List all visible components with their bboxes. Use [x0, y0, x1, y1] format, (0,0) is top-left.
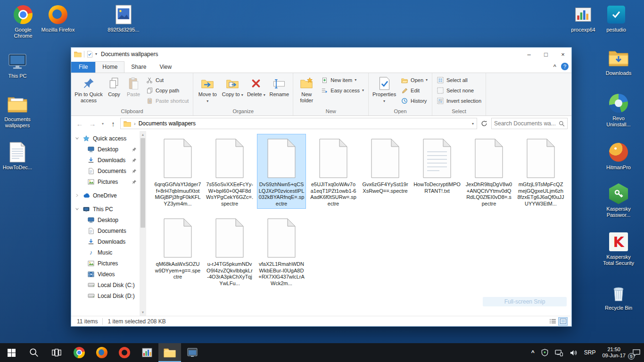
sidebar-item-pc-documents[interactable]: Documents [71, 225, 140, 236]
desktop-icon-recycle-bin[interactable]: Recycle Bin [601, 282, 636, 311]
pin-to-quick-access-button[interactable]: Pin to Quick access [73, 74, 104, 104]
back-icon[interactable]: ← [74, 120, 85, 128]
move-to-button[interactable]: Move to ▾ [195, 74, 220, 104]
desktop-icon-kaspersky-password[interactable]: Kaspersky Passwor... [601, 183, 636, 218]
copy-to-button[interactable]: Copy to ▾ [220, 74, 245, 98]
help-icon[interactable]: ? [561, 63, 569, 70]
sidebar-item-downloads-pinned[interactable]: Downloads [71, 155, 140, 165]
start-button[interactable] [0, 343, 23, 362]
select-none-button[interactable]: Select none [434, 85, 484, 96]
task-view-button[interactable] [45, 343, 68, 362]
clock[interactable]: 21:50 09-Jun-17 [599, 343, 629, 362]
desktop-icon-procexp64[interactable]: procexp64 [566, 4, 601, 33]
qat-dropdown-icon[interactable]: ▾ [95, 52, 97, 56]
taskbar-chrome-button[interactable] [68, 343, 91, 362]
sidebar-item-documents-pinned[interactable]: Documents [71, 165, 140, 176]
action-center-button[interactable]: 5 [629, 343, 644, 362]
file-item[interactable]: qM68kAaWxSOZUw9DYyem+g==.spectre [153, 214, 202, 288]
sidebar-item-quick-access[interactable]: Quick access [71, 133, 140, 144]
taskbar-red-app-button[interactable] [113, 343, 136, 362]
sidebar-item-onedrive[interactable]: OneDrive [71, 190, 140, 201]
invert-selection-button[interactable]: Invert selection [434, 96, 484, 106]
history-button[interactable]: History [398, 96, 430, 106]
sidebar-item-pc-downloads[interactable]: Downloads [71, 236, 140, 247]
file-item[interactable]: e5UJITxq0oWAv7oa1eqT1PZt1owb1-6AadK6f0tS… [309, 134, 358, 209]
breadcrumb-path[interactable]: Documents wallpapers [139, 120, 196, 127]
qat-properties-icon[interactable] [87, 51, 93, 58]
taskbar-firefox-button[interactable] [91, 343, 113, 362]
delete-button[interactable]: Delete ▾ [245, 74, 267, 98]
desktop-icon-howtodecrypt[interactable]: HowToDec... [0, 141, 35, 171]
sidebar-item-pc-videos[interactable]: Videos [71, 269, 140, 280]
sidebar-scrollbar[interactable]: ▲ ▼ [140, 131, 146, 316]
minimize-button[interactable]: – [520, 48, 537, 61]
up-icon[interactable]: ↑ [107, 120, 119, 128]
edit-button[interactable]: Edit [398, 85, 430, 96]
search-box[interactable] [491, 118, 568, 129]
file-item-selected[interactable]: DvS9zhNwn5+qCSLQJXzP0zvicestIPL032kBYARf… [257, 134, 306, 209]
cut-button[interactable]: Cut [143, 75, 191, 85]
recent-locations-icon[interactable]: ▾ [99, 122, 106, 126]
tab-home[interactable]: Home [95, 61, 124, 73]
paste-shortcut-button[interactable]: Paste shortcut [143, 96, 191, 106]
file-item[interactable]: HowToDecryptIMPORTANT!.txt [413, 134, 462, 209]
refresh-button[interactable] [479, 118, 490, 129]
taskbar-procexp-button[interactable] [136, 343, 158, 362]
address-dropdown-icon[interactable]: ▾ [472, 122, 474, 126]
scroll-down-icon[interactable]: ▼ [141, 309, 145, 316]
desktop-icon-this-pc[interactable]: This PC [0, 50, 35, 79]
maximize-button[interactable]: □ [537, 48, 554, 61]
paste-button[interactable]: Paste [124, 74, 143, 98]
chevron-right-icon[interactable] [74, 193, 80, 197]
tab-share[interactable]: Share [124, 62, 153, 73]
sidebar-item-local-disk-c[interactable]: Local Disk (C:) [71, 280, 140, 290]
select-all-button[interactable]: Select all [434, 75, 484, 85]
tab-view[interactable]: View [153, 62, 178, 73]
new-item-button[interactable]: New item ▾ [318, 75, 366, 85]
tab-file[interactable]: File [71, 62, 95, 73]
desktop-icon-image-file[interactable]: 892f3d3295... [106, 4, 141, 33]
file-item[interactable]: 7s55oSvXXEeFcYy-W+bpI60+0Q4F8dWsYPgCekY6… [205, 134, 254, 209]
sidebar-item-pc-pictures[interactable]: Pictures [71, 258, 140, 269]
sidebar-item-local-disk-d[interactable]: Local Disk (D:) [71, 290, 140, 301]
sidebar-item-pc-music[interactable]: ♪ Music [71, 247, 140, 258]
file-item[interactable]: JexDhR9ltqDgV8w0+ANQCtVYtmv0dQRdLQ0ZfEI0… [464, 134, 513, 209]
desktop-icon-kaspersky-total-security[interactable]: K Kaspersky Total Security [601, 231, 636, 266]
open-button[interactable]: Open ▾ [398, 75, 430, 85]
properties-button[interactable]: Properties ▾ [371, 74, 398, 104]
chevron-down-icon[interactable] [74, 207, 80, 211]
forward-icon[interactable]: → [87, 120, 98, 128]
search-icon[interactable] [559, 121, 565, 127]
chevron-down-icon[interactable] [74, 136, 80, 140]
taskbar-app-window-button[interactable] [181, 343, 204, 362]
scrollbar-thumb[interactable] [140, 138, 145, 228]
desktop-icon-pestudio[interactable]: pestudio [599, 4, 634, 33]
tray-network-button[interactable] [552, 343, 566, 362]
breadcrumb[interactable]: › Documents wallpapers ▾ [120, 118, 477, 129]
desktop-icon-documents-wallpapers[interactable]: Documents wallpapers [0, 93, 35, 129]
sidebar-item-this-pc[interactable]: This PC [71, 204, 140, 214]
desktop-icon-google-chrome[interactable]: Google Chrome [6, 4, 41, 39]
details-view-button[interactable] [548, 317, 557, 326]
tray-volume-button[interactable] [566, 343, 581, 362]
copy-button[interactable]: Copy [105, 74, 124, 98]
tray-shield-button[interactable] [538, 343, 552, 362]
file-item[interactable]: Gvx6zGF4YySst19rXsRweQ==.spectre [361, 134, 410, 209]
taskbar-explorer-button[interactable] [158, 343, 181, 362]
sidebar-item-pictures-pinned[interactable]: Pictures [71, 176, 140, 187]
tray-expand-button[interactable]: ^ [528, 343, 538, 362]
file-item[interactable]: mGfzjL9TsMpFcQZmejGQgxeULjm6zh8fzxETg6J6… [516, 134, 565, 209]
desktop-icon-mozilla-firefox[interactable]: Mozilla Firefox [41, 4, 75, 33]
easy-access-button[interactable]: Easy access ▾ [318, 85, 366, 96]
scroll-up-icon[interactable]: ▲ [141, 131, 145, 138]
language-indicator[interactable]: SRP [581, 343, 599, 362]
file-item[interactable]: vfaX2L1RmahWDNWkbEBur-I0UgA8D+RX7XlG437w… [257, 214, 306, 288]
desktop-icon-downloads[interactable]: Downloads [601, 47, 636, 76]
desktop-icon-hitmanpro[interactable]: HitmanPro [601, 141, 636, 171]
desktop-icon-revo-uninstaller[interactable]: Revo Uninstall... [601, 92, 636, 128]
close-button[interactable]: × [554, 48, 571, 61]
copy-path-button[interactable]: Copy path [143, 85, 191, 96]
taskbar-search-button[interactable] [23, 343, 45, 362]
file-item[interactable]: 6qrqGGfVaYfJdger7f+8rH7qbImuufXtotMiGjBP… [153, 134, 202, 209]
sidebar-item-desktop-pinned[interactable]: Desktop [71, 144, 140, 155]
